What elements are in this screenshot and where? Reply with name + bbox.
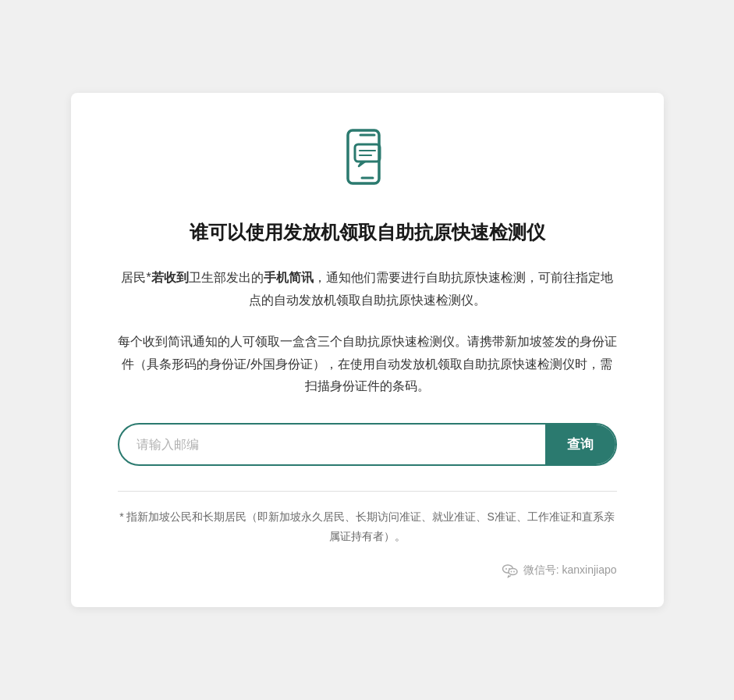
paragraph1-prefix: 居民*: [121, 271, 151, 284]
svg-rect-3: [355, 144, 380, 162]
divider: [118, 491, 617, 492]
paragraph1-highlight2: 手机简讯: [264, 271, 314, 284]
svg-point-10: [510, 571, 512, 573]
phone-icon-wrapper: [118, 124, 617, 197]
phone-message-icon: [332, 124, 402, 197]
postal-code-input[interactable]: [119, 427, 545, 463]
footnote: * 指新加坡公民和长期居民（即新加坡永久居民、长期访问准证、就业准证、S准证、工…: [118, 507, 617, 546]
search-row: 查询: [118, 423, 617, 466]
svg-point-11: [513, 571, 515, 573]
paragraph1-middle1: 卫生部发出的: [189, 271, 264, 284]
svg-point-9: [509, 569, 517, 575]
main-card: 谁可以使用发放机领取自助抗原快速检测仪 居民*若收到卫生部发出的手机简讯，通知他…: [71, 93, 664, 608]
svg-rect-0: [348, 130, 379, 183]
svg-point-7: [505, 568, 507, 570]
wechat-icon: [502, 562, 519, 579]
search-button[interactable]: 查询: [545, 425, 615, 464]
wechat-row: 微信号: kanxinjiapo: [118, 562, 617, 579]
paragraph-1: 居民*若收到卫生部发出的手机简讯，通知他们需要进行自助抗原快速检测，可前往指定地…: [118, 267, 617, 312]
wechat-label: 微信号: kanxinjiapo: [523, 563, 617, 577]
paragraph-2: 每个收到简讯通知的人可领取一盒含三个自助抗原快速检测仪。请携带新加坡签发的身份证…: [118, 331, 617, 398]
paragraph1-highlight1: 若收到: [151, 271, 189, 284]
page-title: 谁可以使用发放机领取自助抗原快速检测仪: [118, 219, 617, 246]
